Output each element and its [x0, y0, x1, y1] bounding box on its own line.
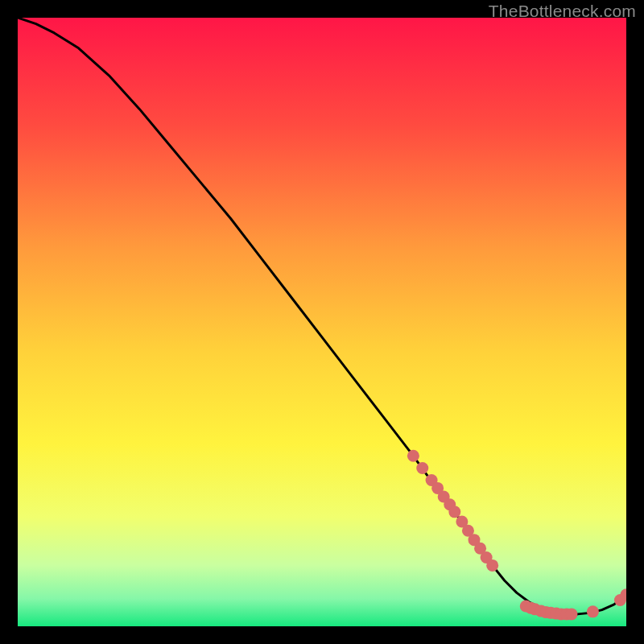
- data-marker: [565, 608, 577, 620]
- chart-stage: TheBottleneck.com: [0, 0, 644, 644]
- watermark-text: TheBottleneck.com: [489, 2, 636, 21]
- bottleneck-chart: [18, 18, 626, 626]
- data-marker: [587, 605, 599, 617]
- data-marker: [486, 559, 498, 572]
- data-marker: [448, 506, 460, 518]
- gradient-background: [18, 18, 626, 626]
- data-marker: [407, 450, 419, 462]
- data-marker: [416, 462, 428, 474]
